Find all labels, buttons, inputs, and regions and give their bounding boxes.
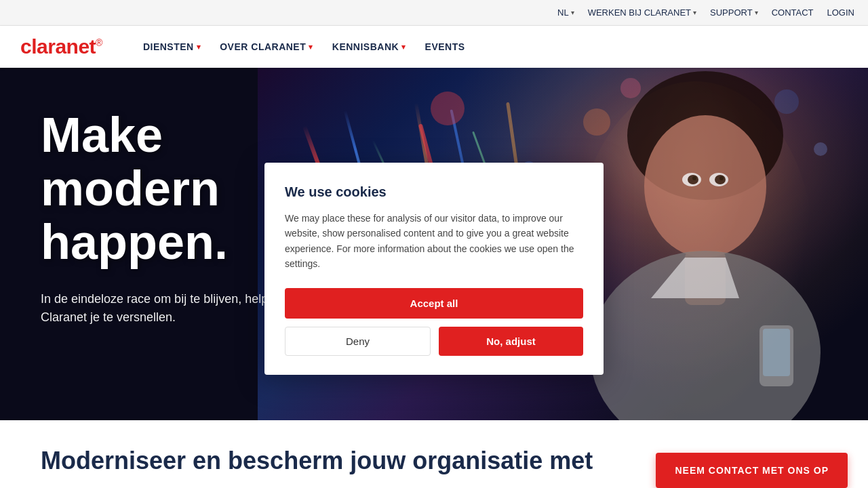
hero-headline-line1: Make (41, 108, 285, 162)
language-chevron-icon: ▾ (571, 9, 574, 16)
login-label: LOGIN (827, 7, 854, 18)
topbar-contact[interactable]: CONTACT (772, 7, 814, 18)
logo-registered-icon: ® (96, 37, 102, 48)
support-chevron-icon: ▾ (755, 9, 758, 16)
language-label: NL (557, 7, 569, 18)
svg-point-14 (719, 176, 724, 180)
bottom-section: Moderniseer en bescherm jouw organisatie… (0, 420, 868, 488)
cookie-modal: We use cookies We may place these for an… (264, 163, 604, 375)
nav-items: DIENSTEN ▾ OVER CLARANET ▾ KENNISBANK ▾ … (136, 36, 472, 58)
nav-over-claranet[interactable]: OVER CLARANET ▾ (213, 36, 320, 58)
svg-point-13 (692, 176, 696, 180)
top-bar: NL ▾ WERKEN BIJ CLARANET ▾ SUPPORT ▾ CON… (0, 0, 868, 26)
nav-kennisbank-label: KENNISBANK (332, 41, 399, 52)
svg-point-20 (583, 108, 610, 136)
hero-content: Make modern happen. In de eindeloze race… (41, 108, 285, 327)
nav-kennisbank-chevron-icon: ▾ (401, 43, 406, 52)
svg-rect-8 (763, 329, 790, 376)
nav-events-label: EVENTS (425, 41, 465, 52)
cookie-modal-title: We use cookies (285, 184, 583, 200)
logo-text: claranet® (20, 35, 102, 58)
svg-point-19 (431, 92, 465, 125)
topbar-language[interactable]: NL ▾ (557, 7, 574, 18)
hero-headline-line2: modern (41, 162, 285, 216)
logo[interactable]: claranet® (20, 35, 102, 58)
svg-point-22 (620, 78, 641, 98)
cookie-deny-button[interactable]: Deny (285, 327, 431, 356)
main-navigation: claranet® DIENSTEN ▾ OVER CLARANET ▾ KEN… (0, 26, 868, 68)
nav-events[interactable]: EVENTS (418, 36, 472, 58)
nav-diensten-label: DIENSTEN (143, 41, 194, 52)
cookie-accept-button[interactable]: Accept all (285, 288, 583, 319)
svg-point-23 (774, 89, 799, 114)
svg-point-3 (644, 115, 766, 258)
bottom-heading: Moderniseer en bescherm jouw organisatie… (41, 447, 593, 475)
nav-diensten-chevron-icon: ▾ (197, 43, 201, 52)
hero-headline-line3: happen. (41, 216, 285, 269)
contact-label: CONTACT (772, 7, 814, 18)
support-label: SUPPORT (710, 7, 753, 18)
hero-subtext: In de eindeloze race om bij te blijven, … (41, 290, 285, 327)
nav-over-claranet-label: OVER CLARANET (220, 41, 306, 52)
topbar-login[interactable]: LOGIN (827, 7, 854, 18)
hero-headline: Make modern happen. (41, 108, 285, 270)
contact-cta-button[interactable]: NEEM CONTACT MET ONS OP (656, 453, 848, 488)
nav-diensten[interactable]: DIENSTEN ▾ (136, 36, 208, 58)
svg-point-24 (814, 142, 827, 156)
cookie-secondary-buttons: Deny No, adjust (285, 327, 583, 356)
werken-label: WERKEN BIJ CLARANET (588, 7, 691, 18)
nav-kennisbank[interactable]: KENNISBANK ▾ (326, 36, 413, 58)
cookie-modal-body: We may place these for analysis of our v… (285, 211, 583, 272)
topbar-werken[interactable]: WERKEN BIJ CLARANET ▾ (588, 7, 696, 18)
nav-over-claranet-chevron-icon: ▾ (309, 43, 313, 52)
topbar-support[interactable]: SUPPORT ▾ (710, 7, 758, 18)
werken-chevron-icon: ▾ (693, 9, 696, 16)
cookie-adjust-button[interactable]: No, adjust (439, 327, 583, 356)
